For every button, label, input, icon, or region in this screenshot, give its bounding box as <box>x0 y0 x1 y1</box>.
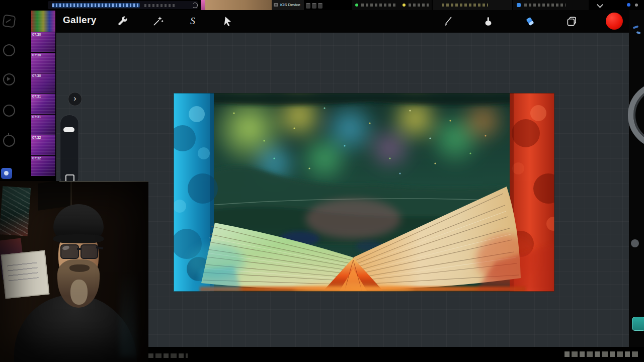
dock-icon[interactable] <box>2 14 16 28</box>
strip-frame[interactable]: 07:30 <box>31 73 55 94</box>
taskbar-text <box>409 4 429 7</box>
actions-button[interactable] <box>113 12 131 30</box>
strip-frame[interactable]: 07:31 <box>31 94 55 114</box>
chevron-down-icon[interactable] <box>597 2 603 8</box>
status-chips <box>306 3 323 9</box>
strip-noise-frame[interactable] <box>31 11 55 32</box>
frame-timestamp: 07:31 <box>32 95 41 98</box>
camera-icon <box>274 3 278 7</box>
paint-button[interactable] <box>438 12 456 30</box>
color-swatch-button[interactable] <box>605 12 623 30</box>
browser-tab-accent[interactable] <box>201 0 205 10</box>
taskbar-segment[interactable] <box>352 0 432 10</box>
selection-button[interactable]: S <box>184 12 202 30</box>
gallery-button[interactable]: Gallery <box>63 15 97 26</box>
strip-frame[interactable]: 07:32 <box>31 156 55 176</box>
artwork-canvas[interactable] <box>174 93 554 292</box>
strip-frame[interactable]: 07:30 <box>31 53 55 73</box>
browser-tab[interactable] <box>205 0 272 10</box>
recording-strip: 07:30 07:30 07:30 07:31 07:31 07:32 07:3… <box>30 10 56 182</box>
pink-glow <box>305 199 401 239</box>
layers-button[interactable] <box>562 12 581 30</box>
arrow-cursor-icon <box>222 16 233 27</box>
sidebar-expand-button[interactable]: › <box>68 92 82 106</box>
webcam-overlay <box>0 181 148 362</box>
strip-frame[interactable]: 07:30 <box>31 32 55 52</box>
cyan-bleed <box>194 266 242 292</box>
watermark-text <box>565 351 638 357</box>
dial-ring-overlay <box>628 81 644 149</box>
frame-timestamp: 07:30 <box>32 74 41 77</box>
blue-mark <box>636 31 641 34</box>
dock-app-icon-blue[interactable] <box>1 168 12 179</box>
strip-frame[interactable]: 07:32 <box>31 135 55 155</box>
size-slider-handle[interactable] <box>63 127 74 132</box>
screen: iOS Device Gallery <box>0 0 644 362</box>
layers-icon <box>566 16 578 27</box>
app-icon-blue <box>517 3 521 7</box>
frame-timestamp: 07:31 <box>32 115 41 119</box>
gray-dot <box>631 239 639 247</box>
smudge-finger-icon <box>482 16 494 27</box>
dock-icon[interactable] <box>3 135 15 147</box>
strip-frame[interactable]: 07:31 <box>31 115 55 135</box>
procreate-toolbar: Gallery S <box>56 10 629 33</box>
blue-mark <box>633 25 639 29</box>
taskbar-text <box>361 4 396 7</box>
taskbar-text <box>442 4 488 7</box>
adjustments-button[interactable] <box>148 12 167 30</box>
frame-timestamp: 07:32 <box>32 136 41 139</box>
smudge-button[interactable] <box>479 12 497 30</box>
system-top-bar: iOS Device <box>0 0 644 10</box>
selected-url-text <box>52 3 140 8</box>
chevron-right-icon: › <box>73 95 76 103</box>
frame-timestamp: 07:30 <box>32 33 41 36</box>
frame-timestamp: 07:32 <box>32 156 41 160</box>
teal-button[interactable] <box>632 317 644 331</box>
dock-icon[interactable] <box>3 73 15 85</box>
taskbar-text <box>524 4 566 7</box>
url-text-fragment <box>144 4 177 7</box>
taskbar-segment[interactable] <box>433 0 512 10</box>
selection-s-icon: S <box>190 16 195 27</box>
frame-timestamp: 07:30 <box>32 53 41 57</box>
erase-button[interactable] <box>521 12 539 30</box>
refresh-icon[interactable] <box>192 3 198 8</box>
brush-icon <box>441 16 453 27</box>
color-swatch-icon <box>606 13 623 30</box>
brush-sidebar <box>60 115 79 186</box>
caption-text <box>148 353 188 358</box>
magic-wand-icon <box>152 16 164 27</box>
status-dot-yellow <box>403 4 406 7</box>
right-edge-panel <box>629 0 644 347</box>
ios-device-label: iOS Device <box>280 3 300 7</box>
wrench-icon <box>117 16 128 27</box>
taskbar-segment[interactable] <box>513 0 589 10</box>
browser-address-bar[interactable] <box>48 1 198 9</box>
dock-icon[interactable] <box>3 44 15 56</box>
status-dot-blue <box>627 3 630 7</box>
dock-icon[interactable] <box>3 105 15 117</box>
status-dot-green <box>355 4 358 7</box>
webcam-vignette <box>0 181 148 362</box>
transform-button[interactable] <box>219 12 237 30</box>
ios-device-tab[interactable]: iOS Device <box>272 0 304 10</box>
status-dot-gray <box>635 4 638 7</box>
eraser-icon <box>524 16 536 27</box>
